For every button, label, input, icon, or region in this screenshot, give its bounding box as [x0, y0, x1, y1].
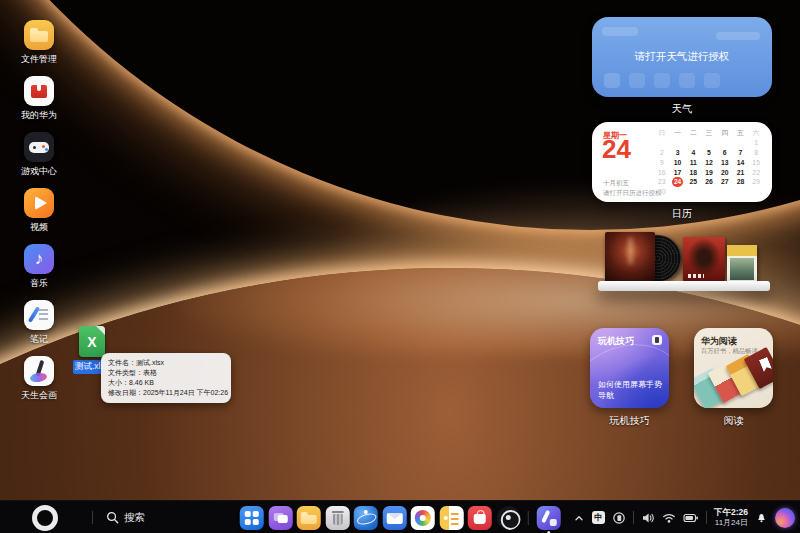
- calendar-day: 6: [723, 149, 727, 156]
- tips-widget-label: 玩机技巧: [590, 414, 669, 428]
- dock-folder[interactable]: [297, 506, 321, 530]
- desktop-app-my-huawei[interactable]: 我的华为: [16, 76, 62, 122]
- album-portrait-cover: [683, 237, 725, 282]
- folder-icon: [297, 506, 321, 530]
- calendar-header: 五: [737, 128, 744, 138]
- tooltip-filetype: 文件类型：表格: [108, 368, 224, 378]
- app-label: 天生会画: [21, 389, 57, 402]
- weather-widget[interactable]: 请打开天气进行授权: [592, 17, 772, 97]
- calendar-day: 17: [674, 169, 682, 176]
- calendar-day: 12: [705, 159, 713, 166]
- dock-launcher[interactable]: [240, 506, 264, 530]
- calendar-header: 日: [658, 128, 665, 138]
- calendar-widget[interactable]: 星期一 24 十月初五 请打开日历进行授权 日一二三四五六12345678910…: [592, 122, 772, 202]
- desktop-app-files[interactable]: 文件管理: [16, 20, 62, 66]
- tooltip-modified: 修改日期：2025年11月24日 下午02:26: [108, 388, 224, 398]
- calendar-day: 8: [754, 149, 758, 156]
- desktop-app-game-center[interactable]: 游戏中心: [16, 132, 62, 178]
- app-label: 我的华为: [21, 109, 57, 122]
- desktop-app-gopaint[interactable]: 天生会画: [16, 356, 62, 402]
- trash-icon: [325, 506, 349, 530]
- weather-auth-message: 请打开天气进行授权: [592, 17, 772, 97]
- gopaint-icon: [536, 506, 560, 530]
- reading-widget-label: 阅读: [694, 414, 773, 428]
- calendar-day: 19: [705, 169, 713, 176]
- gallery-icon: [411, 506, 435, 530]
- desktop: 文件管理我的华为游戏中心视频音乐笔记天生会画 X 测试.xlsx 文件名：测试.…: [0, 0, 800, 533]
- celia-assistant-icon[interactable]: [775, 508, 795, 528]
- calendar-day: 11: [690, 159, 697, 166]
- search-icon: [106, 511, 119, 524]
- phone-badge-icon: [652, 335, 662, 345]
- app-label: 视频: [30, 221, 48, 234]
- calendar-day: 26: [705, 178, 713, 185]
- calendar-day: 7: [739, 149, 743, 156]
- calendar-today: 24: [672, 177, 683, 188]
- bell-icon[interactable]: [755, 511, 768, 524]
- reading-widget[interactable]: 华为阅读 百万好书，精品畅读: [694, 328, 773, 408]
- calendar-day: 1: [754, 139, 758, 146]
- music-icon: [24, 244, 54, 274]
- calendar-grid: 日一二三四五六123456789101112131415161718192021…: [654, 128, 764, 197]
- settings-icon: [496, 506, 520, 530]
- search-label: 搜索: [124, 511, 145, 525]
- appgallery-icon: [468, 506, 492, 530]
- dock-mail[interactable]: [382, 506, 406, 530]
- mail-icon: [382, 506, 406, 530]
- super-device-icon[interactable]: [612, 511, 626, 525]
- tray-divider: [706, 511, 707, 524]
- app-label: 游戏中心: [21, 165, 57, 178]
- video-icon: [24, 188, 54, 218]
- taskbar: 搜索 中 下午2:26: [0, 500, 800, 533]
- calendar-day: 14: [737, 159, 745, 166]
- volume-icon[interactable]: [641, 511, 655, 525]
- tray-clock[interactable]: 下午2:26 11月24日: [714, 508, 748, 527]
- calendar-day: 3: [676, 149, 680, 156]
- dock-appgallery[interactable]: [468, 506, 492, 530]
- calendar-day: 25: [690, 178, 698, 185]
- calendar-day: 2: [660, 149, 664, 156]
- desktop-app-video[interactable]: 视频: [16, 188, 62, 234]
- search-button[interactable]: 搜索: [106, 501, 145, 533]
- desktop-app-music[interactable]: 音乐: [16, 244, 62, 290]
- desktop-app-notes[interactable]: 笔记: [16, 300, 62, 346]
- calendar-header: 六: [753, 128, 760, 138]
- game-center-icon: [24, 132, 54, 162]
- dock-divider: [528, 511, 529, 525]
- taskbar-divider: [92, 511, 93, 524]
- dock-memo[interactable]: [439, 506, 463, 530]
- gopaint-icon: [24, 356, 54, 386]
- calendar-day: 21: [737, 169, 745, 176]
- input-method-icon[interactable]: 中: [592, 511, 605, 524]
- dock-gopaint[interactable]: [536, 506, 560, 530]
- xlsx-file-icon: X: [79, 326, 105, 357]
- tips-widget[interactable]: 玩机技巧 如何使用屏幕手势导航: [590, 328, 669, 408]
- launcher-icon: [240, 506, 264, 530]
- wifi-icon[interactable]: [662, 511, 676, 525]
- dock-settings[interactable]: [496, 506, 520, 530]
- dock-gallery[interactable]: [411, 506, 435, 530]
- tray-divider: [633, 511, 634, 524]
- calendar-header: 二: [690, 128, 697, 138]
- dock-trash[interactable]: [325, 506, 349, 530]
- battery-icon[interactable]: [683, 512, 699, 524]
- calendar-day: 4: [691, 149, 695, 156]
- harmonyos-ring-logo[interactable]: [32, 505, 58, 531]
- tooltip-filename: 文件名：测试.xlsx: [108, 358, 224, 368]
- calendar-day: 20: [721, 169, 729, 176]
- desktop-app-list: 文件管理我的华为游戏中心视频音乐笔记天生会画: [16, 20, 62, 402]
- weather-widget-label: 天气: [592, 102, 772, 116]
- calendar-day: 16: [658, 169, 666, 176]
- music-widget[interactable]: [596, 228, 774, 298]
- calendar-day: 18: [690, 169, 698, 176]
- notes-icon: [24, 300, 54, 330]
- calendar-day: 23: [658, 178, 666, 185]
- dock: [240, 501, 561, 533]
- calendar-day: 13: [721, 159, 729, 166]
- memo-icon: [439, 506, 463, 530]
- dock-browser[interactable]: [354, 506, 378, 530]
- dock-multitask[interactable]: [268, 506, 292, 530]
- chevron-up-icon[interactable]: [573, 512, 585, 524]
- album-classical-cover: [727, 245, 757, 283]
- music-shelf: [598, 281, 770, 291]
